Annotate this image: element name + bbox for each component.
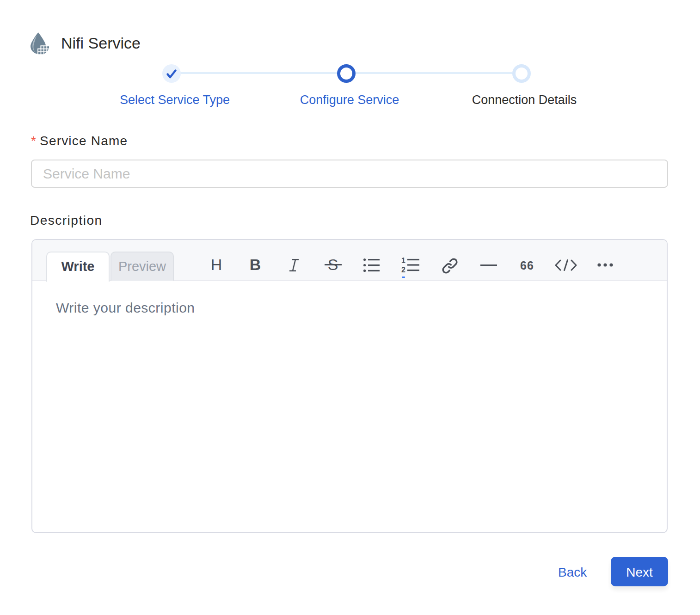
svg-text:1: 1 (401, 257, 405, 264)
svg-text:2: 2 (401, 266, 405, 273)
